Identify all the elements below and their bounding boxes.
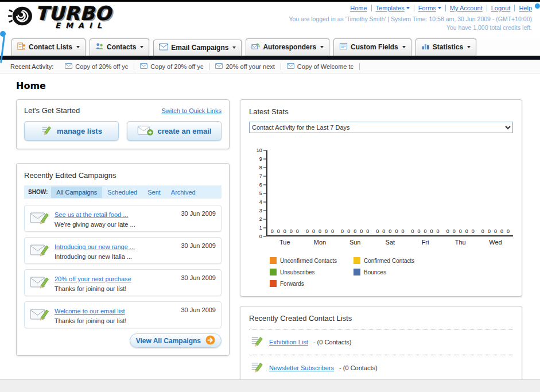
- campaign-row[interactable]: 20% off your next purchaseThanks for joi…: [24, 269, 222, 296]
- chart-value-label: 0: [296, 229, 299, 234]
- chart-value-label: 0: [271, 229, 274, 234]
- tab-statistics[interactable]: Statistics: [415, 38, 476, 56]
- contact-list-item[interactable]: Newsletter Subscribers - (0 Contacts): [249, 355, 513, 381]
- envelope-icon: [65, 63, 72, 70]
- view-all-campaigns-label: View All Campaigns: [136, 337, 201, 345]
- top-link-templates[interactable]: Templates: [372, 5, 414, 11]
- activity-item[interactable]: Copy of 20% off yc: [59, 63, 134, 70]
- stats-title: Latest Stats: [249, 107, 289, 116]
- chart-value-label: 0: [382, 229, 385, 234]
- chart-value-label: 0: [453, 229, 456, 234]
- tab-email-campaigns[interactable]: Email Campaigns: [153, 40, 242, 56]
- tab-contact-lists[interactable]: Contact Lists: [11, 38, 86, 56]
- stats-panel: Latest Stats Contact Activity for the La…: [240, 99, 522, 297]
- y-axis-tick: 3: [259, 208, 266, 214]
- logo-primary-text: TURBO: [36, 4, 112, 23]
- chevron-down-icon: [406, 7, 410, 9]
- chart-day-group: 00000: [302, 150, 337, 235]
- chart-value-label: 0: [283, 229, 286, 234]
- manage-lists-label: manage lists: [57, 127, 102, 135]
- top-link-forms[interactable]: Forms: [414, 5, 446, 11]
- activity-item[interactable]: 20% off your next: [209, 63, 281, 70]
- contact-list-item[interactable]: Exhibition List - (0 Contacts): [249, 329, 513, 355]
- page-title: Home: [16, 80, 524, 91]
- filter-sent[interactable]: Sent: [142, 187, 166, 198]
- show-label: SHOW:: [28, 189, 48, 195]
- envelope-icon: [287, 63, 294, 70]
- chart-value-label: 0: [500, 229, 503, 234]
- x-axis-label: Tue: [267, 239, 302, 246]
- campaign-date: 30 Jun 2009: [181, 274, 216, 281]
- chart-value-label: 0: [411, 229, 414, 234]
- chart-value-label: 0: [395, 229, 398, 234]
- campaign-date: 30 Jun 2009: [181, 242, 216, 249]
- tab-contacts[interactable]: Contacts: [90, 38, 149, 56]
- recent-activity-label: Recent Activity:: [10, 63, 53, 70]
- y-axis-tick: 10: [257, 148, 266, 153]
- create-email-button[interactable]: create an email: [127, 121, 222, 141]
- top-link-logout[interactable]: Logout: [487, 5, 515, 11]
- activity-item[interactable]: Copy of 20% off yc: [134, 63, 209, 70]
- chart-day-group: 00000: [372, 150, 407, 235]
- chart-day-group: 00000: [267, 150, 302, 235]
- list-pencil-icon: [250, 335, 264, 350]
- activity-item[interactable]: Copy of Welcome tc: [281, 63, 360, 70]
- campaign-title-link[interactable]: Welcome to our email list: [55, 308, 125, 315]
- tab-autoresponders[interactable]: Autoresponders: [246, 38, 329, 56]
- chart-value-label: 0: [389, 229, 391, 234]
- top-link-my-account[interactable]: My Account: [446, 5, 487, 11]
- login-status-text: You are logged in as 'Timothy Smith' | S…: [289, 15, 532, 22]
- filter-scheduled[interactable]: Scheduled: [102, 187, 142, 198]
- contact-list-link[interactable]: Newsletter Subscribers: [269, 364, 334, 371]
- envelope-icon: [215, 63, 223, 70]
- tab-custom-fields[interactable]: Custom Fields: [333, 38, 411, 56]
- top-link-home[interactable]: Home: [346, 5, 371, 11]
- campaign-title-link[interactable]: Introducing our new range ...: [55, 243, 135, 250]
- tab-label: Email Campaigns: [171, 44, 228, 52]
- campaigns-filter-bar: SHOW: All Campaigns Scheduled Sent Archi…: [24, 185, 222, 199]
- x-axis-label: Sun: [337, 239, 372, 246]
- chart-y-axis: 109876543210: [254, 150, 266, 236]
- legend-item: Forwards: [270, 280, 353, 287]
- chart-value-label: 0: [290, 229, 293, 234]
- campaign-row[interactable]: Introducing our new range ...Introducing…: [24, 237, 222, 264]
- campaign-title-link[interactable]: 20% off your next purchase: [55, 275, 131, 282]
- chevron-down-icon: [140, 46, 143, 48]
- manage-lists-button[interactable]: manage lists: [24, 121, 119, 141]
- statistics-icon: [421, 42, 430, 52]
- campaign-subtitle: We're giving away our late ...: [55, 221, 176, 228]
- left-column: Let's Get Started Switch to Quick Links …: [16, 99, 230, 356]
- campaign-envelope-pencil-icon: [30, 242, 49, 259]
- stats-period-select[interactable]: Contact Activity for the Last 7 Days: [249, 122, 513, 133]
- chart-day-group: 00000: [443, 150, 478, 235]
- legend-label: Unsubscribes: [280, 269, 315, 275]
- autoresponders-icon: [251, 42, 260, 52]
- chart-plot-column: 00000000000000000000000000000000000 TueM…: [266, 150, 513, 246]
- legend-swatch-icon: [353, 257, 360, 264]
- x-axis-label: Wed: [478, 239, 513, 246]
- chart-value-label: 0: [306, 229, 309, 234]
- chart-value-label: 0: [430, 229, 433, 234]
- contact-list-link[interactable]: Exhibition List: [269, 339, 308, 346]
- top-link-help[interactable]: Help: [515, 5, 532, 11]
- campaign-row[interactable]: Welcome to our email listThanks for join…: [24, 301, 222, 328]
- app-logo[interactable]: TURBO EMAIL: [8, 4, 112, 30]
- campaign-subtitle: Thanks for joining our list!: [55, 317, 176, 324]
- logo-secondary-text: EMAIL: [55, 21, 112, 30]
- header: TURBO EMAIL HomeTemplatesFormsMy Account…: [0, 2, 540, 38]
- chart-value-label: 0: [488, 229, 491, 234]
- list-pencil-icon: [250, 360, 264, 375]
- chart-value-label: 0: [318, 229, 321, 234]
- view-all-campaigns-button[interactable]: View All Campaigns: [130, 333, 222, 348]
- filter-all-campaigns[interactable]: All Campaigns: [51, 187, 102, 198]
- x-axis-label: Thu: [443, 239, 478, 246]
- campaign-row[interactable]: See us at the retail food ...We're givin…: [24, 205, 222, 232]
- recent-activity-bar: Recent Activity: Copy of 20% off yc Copy…: [0, 60, 540, 73]
- filter-archived[interactable]: Archived: [166, 187, 201, 198]
- chart-day-group: 00000: [337, 150, 372, 235]
- top-nav: HomeTemplatesFormsMy AccountLogoutHelp: [289, 5, 532, 11]
- switch-to-quick-links-link[interactable]: Switch to Quick Links: [161, 107, 222, 114]
- campaign-date: 30 Jun 2009: [181, 306, 216, 313]
- campaign-title-link[interactable]: See us at the retail food ...: [55, 211, 128, 218]
- chevron-down-icon: [320, 46, 324, 48]
